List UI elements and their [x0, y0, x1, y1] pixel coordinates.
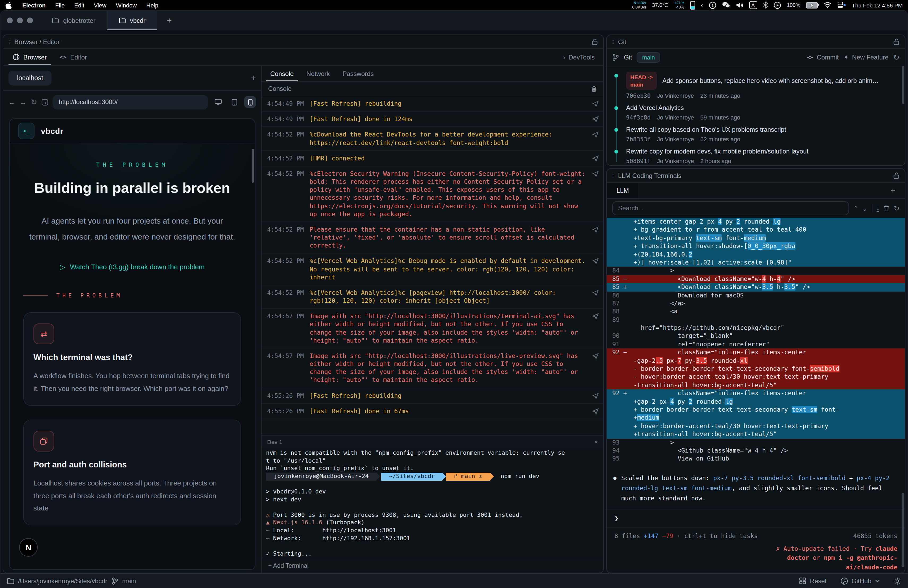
tab-browser[interactable]: Browser — [6, 49, 53, 65]
light-mode-toggle[interactable] — [894, 577, 901, 585]
devtools-tab-passwords[interactable]: Passwords — [336, 66, 380, 81]
device-phone-button[interactable] — [244, 96, 256, 108]
git-scrollbar[interactable] — [902, 66, 904, 104]
download-icon[interactable]: ↓ — [876, 205, 879, 212]
input-source-icon[interactable]: A — [749, 1, 757, 9]
commit-item[interactable]: Add Vercel Analytics94f3c8dJo Vinkenroye… — [626, 105, 900, 121]
preview-scrollbar[interactable] — [252, 149, 254, 183]
commit-button[interactable]: Commit — [807, 54, 839, 61]
commit-list[interactable]: HEAD -> mainAdd sponsor buttons, replace… — [607, 66, 905, 165]
chevron-left-icon[interactable]: ‹ — [700, 1, 703, 9]
unlock-icon[interactable] — [893, 172, 900, 179]
diff-view[interactable]: +items-center gap-2 px-4 py-2 rounded-lg… — [607, 218, 905, 467]
menu-item-edit[interactable]: Edit — [69, 2, 89, 8]
nextjs-badge[interactable]: N — [19, 538, 38, 557]
search-next-icon[interactable]: ⌃ — [863, 205, 868, 212]
send-icon[interactable] — [592, 352, 599, 384]
bluetooth-icon[interactable] — [763, 2, 768, 8]
minimize-window-button[interactable] — [17, 18, 23, 23]
menu-item-electron[interactable]: Electron — [18, 2, 50, 8]
send-icon[interactable] — [592, 392, 599, 400]
send-icon[interactable] — [592, 170, 599, 218]
send-icon[interactable] — [592, 313, 599, 345]
send-icon[interactable] — [592, 154, 599, 162]
project-path[interactable]: /Users/jovinkenroye/Sites/vbcdr — [7, 577, 107, 585]
traffic-lights[interactable] — [0, 11, 40, 30]
send-icon[interactable] — [592, 131, 599, 147]
devtools-tab-network[interactable]: Network — [300, 66, 336, 81]
add-terminal-button[interactable]: + Add Terminal — [268, 562, 309, 569]
localhost-tab[interactable]: localhost — [8, 71, 52, 85]
window-tab-globetrotter[interactable]: globetrotter — [40, 11, 107, 30]
open-external-icon[interactable] — [41, 98, 48, 105]
commit-message: Rewrite copy for modern devs, fix mobile… — [626, 148, 808, 155]
window-tab-vbcdr[interactable]: vbcdr — [107, 11, 157, 30]
tab-llm[interactable]: LLM — [607, 183, 639, 198]
search-prev-icon[interactable]: ⌃ — [853, 205, 858, 212]
device-desktop-button[interactable] — [213, 96, 224, 108]
unlock-icon[interactable] — [591, 38, 598, 45]
git-panel: ⁞⁞ Git Git main — [606, 34, 905, 166]
browser-app-icon[interactable]: 1 — [708, 1, 716, 9]
terminal-output[interactable]: nvm is not compatible with the "npm_conf… — [262, 448, 603, 558]
wechat-icon[interactable] — [722, 2, 730, 8]
volume-icon[interactable] — [736, 2, 743, 8]
llm-summary: ● Scaled the buttons down: px-7 py-3.5 r… — [607, 467, 905, 509]
menu-item-window[interactable]: Window — [111, 2, 142, 8]
drag-handle-icon[interactable]: ⁞⁞ — [612, 173, 614, 178]
watch-link[interactable]: ▷ Watch Theo (t3.gg) break down the prob… — [23, 263, 241, 271]
play-circle-icon[interactable] — [773, 1, 781, 9]
menu-item-view[interactable]: View — [89, 2, 111, 8]
llm-prompt[interactable]: ❯ — [607, 509, 905, 527]
device-tablet-button[interactable] — [228, 96, 240, 108]
page-headline: Building in parallel is broken — [29, 180, 236, 197]
refresh-icon[interactable]: ↻ — [894, 204, 900, 212]
drag-handle-icon[interactable]: ⁞⁞ — [8, 39, 10, 44]
commit-item[interactable]: Rewrite all copy based on Theo's UX prob… — [626, 126, 900, 143]
llm-scrollbar[interactable] — [902, 493, 904, 567]
card-title: Which terminal was that? — [34, 353, 231, 362]
new-tab-button[interactable]: + — [157, 11, 181, 30]
theme-select[interactable]: GitHub — [840, 577, 880, 585]
send-icon[interactable] — [592, 408, 599, 416]
clear-console-icon[interactable] — [591, 85, 597, 92]
send-icon[interactable] — [592, 100, 599, 108]
menu-item-help[interactable]: Help — [142, 2, 163, 8]
wifi-icon[interactable] — [824, 2, 832, 8]
send-icon[interactable] — [592, 226, 599, 250]
back-button[interactable]: ← — [8, 98, 15, 106]
commit-item[interactable]: HEAD -> mainAdd sponsor buttons, replace… — [626, 72, 900, 100]
forward-button[interactable]: → — [19, 98, 27, 106]
new-feature-button[interactable]: ✦ New Feature — [844, 54, 889, 61]
reload-button[interactable]: ↻ — [31, 98, 37, 106]
log-timestamp: 4:54:49 PM — [267, 100, 305, 108]
apple-icon[interactable] — [5, 2, 12, 8]
search-input[interactable] — [612, 201, 849, 215]
devtools-toggle[interactable]: › DevTools — [563, 49, 600, 65]
send-icon[interactable] — [592, 289, 599, 305]
zoom-window-button[interactable] — [27, 18, 33, 23]
refresh-icon[interactable]: ↻ — [894, 53, 900, 61]
reset-button[interactable]: Reset — [799, 577, 827, 585]
menu-clock[interactable]: Thu Feb 12 4:56 PM — [852, 2, 903, 8]
url-input[interactable]: http://localhost:3000/ — [52, 95, 208, 109]
branch-badge[interactable]: main — [637, 52, 660, 63]
drag-handle-icon[interactable]: ⁞⁞ — [612, 39, 614, 44]
menu-item-file[interactable]: File — [50, 2, 69, 8]
devtools-tab-console[interactable]: Console — [264, 66, 300, 81]
add-browser-tab-button[interactable]: + — [251, 73, 256, 83]
commit-item[interactable]: Rewrite copy for modern devs, fix mobile… — [626, 148, 900, 165]
send-icon[interactable] — [592, 115, 599, 123]
current-branch[interactable]: main — [111, 577, 136, 585]
unlock-icon[interactable] — [893, 38, 900, 45]
trash-icon[interactable] — [884, 205, 889, 211]
close-window-button[interactable] — [7, 18, 13, 23]
stage-manager-icon[interactable] — [838, 2, 846, 8]
send-icon[interactable] — [592, 257, 599, 282]
add-llm-terminal-button[interactable]: + — [881, 183, 905, 198]
diff-row: -gap-2.5 px-7 py-3.5 rounded-xl — [607, 357, 905, 365]
terminal-line — [266, 480, 599, 488]
tab-editor[interactable]: <> Editor — [53, 49, 93, 65]
close-terminal-button[interactable]: × — [594, 438, 598, 445]
console-log-list[interactable]: 4:54:49 PM[Fast Refresh] rebuilding4:54:… — [262, 96, 603, 435]
